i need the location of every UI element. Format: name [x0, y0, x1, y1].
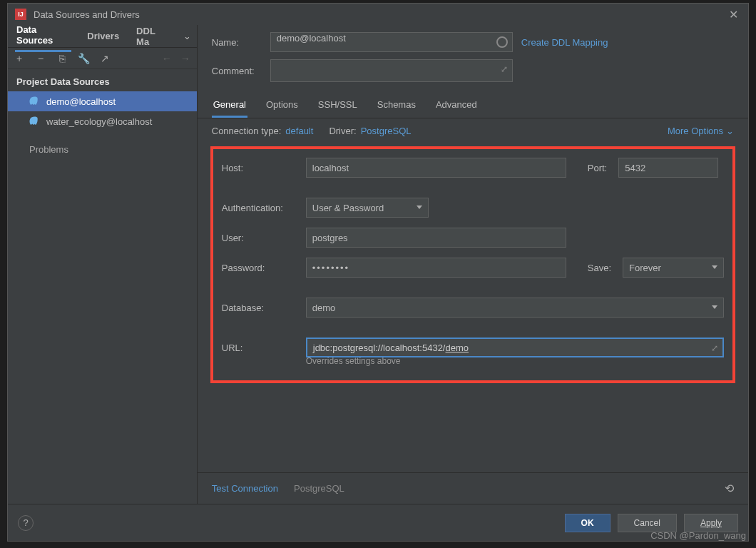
data-source-item[interactable]: water_ecology@localhost	[8, 111, 197, 131]
dialog: IJ Data Sources and Drivers ✕ Data Sourc…	[7, 3, 749, 542]
comment-input[interactable]: ⤢	[270, 59, 513, 82]
forward-icon[interactable]: →	[180, 53, 191, 64]
port-input[interactable]: 5432	[618, 158, 718, 178]
save-select[interactable]: Forever	[623, 258, 724, 278]
host-label: Host:	[222, 163, 299, 173]
tab-drivers[interactable]: Drivers	[86, 26, 121, 46]
port-label: Port:	[588, 163, 607, 173]
tab-options[interactable]: Options	[265, 93, 300, 118]
expand-icon[interactable]: ⤢	[501, 64, 508, 74]
chevron-down-icon	[712, 265, 717, 269]
test-bar: Test Connection PostgreSQL ⟲	[198, 472, 748, 504]
left-toolbar: + − ⎘ 🔧 ↗ ← →	[8, 48, 197, 69]
tab-ssh-ssl[interactable]: SSH/SSL	[317, 93, 359, 118]
dialog-footer: ? OK Cancel Apply	[8, 504, 748, 541]
data-source-label: demo@localhost	[46, 96, 116, 107]
tab-advanced[interactable]: Advanced	[434, 93, 479, 118]
password-input[interactable]: ••••••••	[306, 258, 566, 278]
close-icon[interactable]: ✕	[726, 8, 741, 21]
conn-type-label: Connection type:	[212, 126, 282, 136]
remove-icon[interactable]: −	[35, 53, 46, 64]
comment-label: Comment:	[212, 66, 262, 76]
user-input[interactable]: postgres	[306, 228, 566, 248]
driver-label: Driver:	[329, 126, 356, 136]
color-ring-icon[interactable]	[496, 36, 508, 48]
driver-name: PostgreSQL	[294, 483, 344, 494]
tab-schemas[interactable]: Schemas	[376, 93, 417, 118]
left-panel: Data Sources Drivers DDL Ma ⌄ + − ⎘ 🔧 ↗ …	[8, 25, 198, 504]
revert-icon[interactable]: ⟲	[725, 482, 734, 495]
tab-general[interactable]: General	[212, 93, 247, 118]
cancel-button[interactable]: Cancel	[618, 514, 677, 532]
export-icon[interactable]: ↗	[99, 53, 111, 64]
wrench-icon[interactable]: 🔧	[78, 53, 89, 64]
authentication-select[interactable]: User & Password	[306, 198, 429, 218]
problems-section[interactable]: Problems	[8, 131, 197, 168]
user-label: User:	[222, 233, 299, 243]
copy-icon[interactable]: ⎘	[56, 53, 68, 64]
left-tabs: Data Sources Drivers DDL Ma ⌄	[8, 25, 197, 48]
chevron-down-icon	[417, 206, 422, 209]
chevron-down-icon: ⌄	[726, 126, 734, 136]
name-label: Name:	[212, 37, 262, 48]
name-input[interactable]: demo@localhost	[270, 32, 513, 52]
password-label: Password:	[222, 263, 299, 273]
titlebar: IJ Data Sources and Drivers ✕	[8, 4, 748, 25]
back-icon[interactable]: ←	[161, 53, 173, 64]
app-icon: IJ	[15, 9, 26, 20]
test-connection-link[interactable]: Test Connection	[212, 483, 278, 494]
help-button[interactable]: ?	[18, 515, 34, 531]
database-label: Database:	[222, 303, 299, 313]
database-input[interactable]: demo	[306, 298, 724, 318]
conn-type-link[interactable]: default	[285, 126, 313, 136]
apply-button[interactable]: Apply	[684, 514, 738, 532]
connection-form: Host: localhost Port: 5432 Authenticatio…	[210, 146, 735, 383]
url-label: URL:	[222, 342, 299, 353]
url-input[interactable]: jdbc:postgresql://localhost:5432/demo ⤢	[306, 338, 724, 357]
save-label: Save:	[588, 263, 611, 273]
more-options-link[interactable]: More Options ⌄	[668, 126, 734, 136]
right-tabs: General Options SSH/SSL Schemas Advanced	[198, 93, 748, 118]
chevron-down-icon	[712, 305, 717, 309]
ok-button[interactable]: OK	[565, 514, 611, 532]
create-ddl-link[interactable]: Create DDL Mapping	[521, 37, 608, 48]
add-icon[interactable]: +	[14, 53, 25, 64]
connection-info: Connection type: default Driver: Postgre…	[198, 118, 748, 143]
postgres-icon	[29, 116, 39, 126]
tab-ddl-mappings[interactable]: DDL Ma	[135, 21, 169, 51]
host-input[interactable]: localhost	[306, 158, 566, 178]
driver-link[interactable]: PostgreSQL	[361, 126, 412, 136]
data-source-list: demo@localhost water_ecology@localhost P…	[8, 91, 197, 504]
url-hint: Overrides settings above	[306, 356, 724, 366]
expand-icon[interactable]: ⤢	[711, 343, 718, 353]
data-source-item[interactable]: demo@localhost	[8, 91, 197, 111]
postgres-icon	[29, 96, 39, 106]
window-title: Data Sources and Drivers	[34, 9, 140, 20]
data-source-label: water_ecology@localhost	[46, 116, 152, 127]
right-panel: Name: demo@localhost Create DDL Mapping …	[198, 25, 748, 504]
section-header: Project Data Sources	[8, 69, 197, 91]
auth-label: Authentication:	[222, 203, 299, 213]
chevron-down-icon[interactable]: ⌄	[183, 31, 191, 41]
